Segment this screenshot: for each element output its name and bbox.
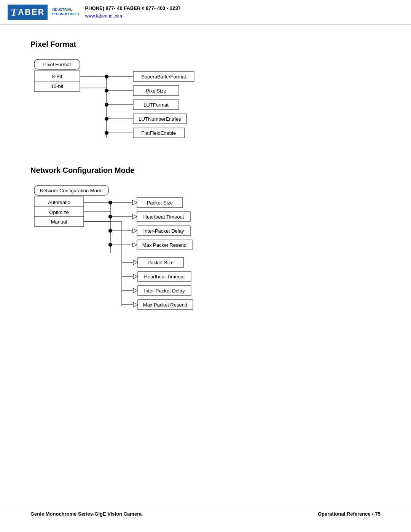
- svg-text:Optimize: Optimize: [49, 209, 68, 215]
- svg-marker-64: [133, 260, 138, 265]
- svg-text:Manual: Manual: [51, 219, 67, 225]
- svg-text:Network Configuration Mode: Network Configuration Mode: [40, 188, 103, 193]
- svg-text:Inter-Packet Delay: Inter-Packet Delay: [144, 288, 185, 294]
- network-config-title: Network Configuration Mode: [30, 166, 381, 175]
- svg-text:10-bit: 10-bit: [51, 83, 64, 89]
- header-phone: PHONE) 877- 40 FABER ◊ 877- 403 - 2237: [85, 5, 180, 13]
- svg-text:LUTFormat: LUTFormat: [143, 102, 169, 108]
- footer-left-text: Genie Monochrome Series-GigE Vision Came…: [30, 511, 142, 517]
- svg-text:Pixel Format: Pixel Format: [43, 62, 71, 67]
- svg-text:Heartbeat Timeout: Heartbeat Timeout: [144, 274, 185, 280]
- logo-tagline: INDUSTRIAL TECHNOLOGIES: [51, 8, 79, 16]
- header-website: www.faberinc.com: [85, 13, 180, 20]
- page-footer: Genie Monochrome Series-GigE Vision Came…: [0, 507, 411, 521]
- pixel-format-title: Pixel Format: [30, 40, 381, 49]
- svg-text:Max Packet Resend: Max Packet Resend: [142, 242, 186, 248]
- svg-text:8-Bit: 8-Bit: [52, 73, 62, 79]
- svg-text:Heartbeat Timeout: Heartbeat Timeout: [143, 214, 184, 220]
- network-config-diagram: Network Configuration Mode Automatic Opt…: [30, 182, 381, 324]
- svg-text:Inter-Packet Delay: Inter-Packet Delay: [143, 228, 184, 234]
- footer-right-text: Operational Reference • 75: [318, 511, 381, 517]
- svg-text:SaperaBufferFormat: SaperaBufferFormat: [141, 74, 186, 80]
- network-config-svg: Network Configuration Mode Automatic Opt…: [30, 182, 251, 323]
- page-header: T ABER INDUSTRIAL TECHNOLOGIES PHONE) 87…: [0, 0, 411, 25]
- svg-marker-76: [133, 302, 138, 307]
- svg-text:Packet Size: Packet Size: [148, 260, 174, 265]
- logo-aber-text: ABER: [18, 7, 45, 17]
- logo-box: T ABER: [8, 5, 48, 20]
- header-contact: PHONE) 877- 40 FABER ◊ 877- 403 - 2237 w…: [85, 5, 180, 20]
- svg-marker-53: [132, 228, 137, 233]
- svg-marker-72: [133, 288, 138, 293]
- svg-marker-43: [132, 200, 137, 205]
- svg-marker-68: [133, 274, 138, 279]
- svg-marker-48: [132, 214, 137, 219]
- pixel-format-diagram: Pixel Format 8-Bit 10-bit SaperaBufferFo…: [30, 56, 381, 147]
- svg-text:LUTNumberEntries: LUTNumberEntries: [139, 116, 181, 122]
- logo-f-icon: T: [11, 6, 17, 18]
- svg-marker-58: [132, 243, 137, 247]
- pixel-format-svg: Pixel Format 8-Bit 10-bit SaperaBufferFo…: [30, 56, 244, 146]
- svg-text:Automatic: Automatic: [48, 200, 70, 205]
- svg-text:Max Packet Resend: Max Packet Resend: [143, 302, 187, 308]
- svg-text:Packet Size: Packet Size: [147, 200, 173, 206]
- main-content: Pixel Format Pixel Format 8-Bit 10-bit S…: [0, 25, 411, 359]
- svg-text:PixelSize: PixelSize: [146, 88, 166, 94]
- svg-text:FlatFieldEnable: FlatFieldEnable: [142, 130, 176, 136]
